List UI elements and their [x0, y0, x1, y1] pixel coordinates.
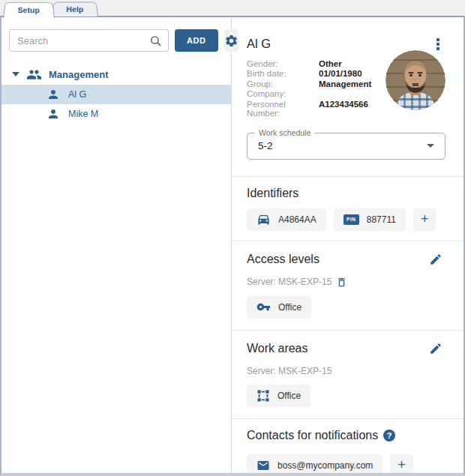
help-icon[interactable]: ?	[383, 430, 395, 442]
field-value: A123434566	[319, 100, 368, 109]
contacts-section: Contacts for notifications ? boss@mycomp…	[232, 419, 464, 473]
access-levels-title: Access levels	[247, 253, 320, 266]
search-icon	[149, 34, 162, 47]
work-schedule-select[interactable]: Work schedule 5-2	[247, 133, 446, 160]
tab-setup-label: Setup	[17, 6, 40, 14]
add-button[interactable]: ADD	[175, 29, 218, 52]
server-label: Server: MSK-EXP-15	[247, 366, 332, 376]
app-window: Setup Help ADD	[0, 0, 465, 476]
profile-name: Al G	[247, 37, 271, 51]
tab-setup[interactable]: Setup	[3, 2, 55, 18]
field-label: Gender:	[247, 59, 319, 68]
server-label: Server: MSK-EXP-15	[247, 277, 332, 287]
contact-chip-email[interactable]: boss@mycompany.com	[247, 454, 382, 473]
people-tree: Management Al G	[2, 65, 231, 124]
tree-item-al-g[interactable]: Al G	[2, 85, 231, 104]
identifiers-title: Identifiers	[247, 187, 298, 200]
work-schedule-value: 5-2	[258, 140, 273, 151]
main-window: ADD Managem	[0, 16, 465, 476]
tree-group-management[interactable]: Management	[2, 65, 231, 83]
work-schedule-label: Work schedule	[255, 128, 314, 137]
search-input[interactable]	[17, 35, 149, 46]
access-level-chip[interactable]: Office	[247, 296, 311, 319]
tree-item-label: Mike M	[68, 109, 98, 119]
sidebar-toolbar: ADD	[9, 29, 225, 52]
person-icon	[46, 107, 60, 121]
search-box	[9, 29, 169, 52]
delete-server-button[interactable]	[336, 277, 347, 288]
add-identifier-button[interactable]: +	[413, 208, 436, 231]
identifiers-section: Identifiers A4864AA PIN 887711	[232, 177, 464, 241]
work-area-chip[interactable]: Office	[247, 385, 310, 407]
trash-icon	[336, 277, 347, 288]
tab-help-label: Help	[66, 5, 83, 13]
field-value: 01/01/1980	[319, 69, 362, 78]
edit-work-areas-button[interactable]	[428, 340, 444, 357]
person-icon	[46, 88, 60, 101]
collapse-caret-icon[interactable]	[12, 72, 20, 76]
access-levels-section: Access levels Server: MSK-EXP-15	[232, 241, 464, 330]
identifier-chip-label: A4864AA	[278, 214, 316, 225]
access-level-chip-label: Office	[278, 302, 302, 313]
field-value: Management	[319, 79, 371, 88]
pin-badge-icon: PIN	[344, 214, 359, 225]
field-value: Other	[319, 59, 342, 68]
contact-chip-label: boss@mycompany.com	[278, 460, 373, 471]
tree-item-mike-m[interactable]: Mike M	[2, 104, 231, 124]
profile-panel: Al G Gender: Other Birth date: 01/01/198…	[232, 17, 464, 473]
car-icon	[256, 212, 271, 226]
field-label: Company:	[247, 89, 319, 98]
tab-bar: Setup Help	[0, 0, 465, 16]
pencil-icon	[429, 253, 442, 266]
kebab-menu-icon[interactable]	[434, 37, 442, 52]
tree-item-label: Al G	[68, 89, 86, 100]
contacts-title: Contacts for notifications	[247, 429, 378, 442]
work-area-chip-label: Office	[278, 391, 301, 401]
edit-access-levels-button[interactable]	[428, 251, 444, 268]
sidebar: ADD Managem	[2, 17, 232, 473]
field-label: Group:	[247, 79, 319, 88]
identifier-chip-label: 887711	[367, 214, 396, 225]
area-icon	[256, 389, 270, 403]
key-icon	[256, 300, 271, 314]
add-contact-button[interactable]: +	[390, 454, 413, 473]
pencil-icon	[429, 342, 442, 355]
identifier-chip-car[interactable]: A4864AA	[247, 208, 326, 231]
field-label: Personnel Number:	[247, 100, 319, 118]
identifier-chip-pin[interactable]: PIN 887711	[334, 208, 406, 231]
tab-help[interactable]: Help	[52, 2, 98, 16]
avatar	[386, 50, 446, 110]
group-icon	[26, 67, 42, 82]
email-icon	[256, 459, 270, 472]
tree-group-label: Management	[49, 69, 108, 80]
field-label: Birth date:	[247, 69, 319, 78]
chevron-down-icon	[427, 144, 434, 148]
work-areas-section: Work areas Server: MSK-EXP-15	[232, 331, 464, 418]
work-areas-title: Work areas	[247, 342, 308, 355]
